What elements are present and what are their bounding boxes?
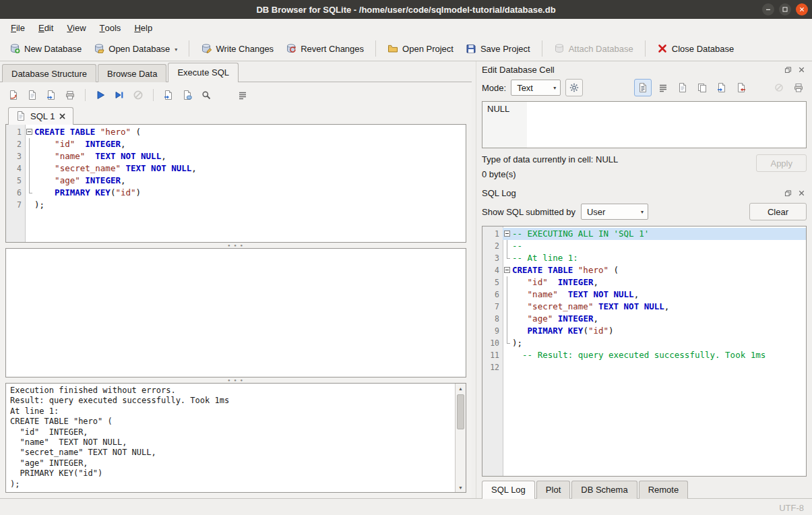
revert-changes-button[interactable]: Revert Changes	[280, 40, 369, 57]
export-csv-icon[interactable]	[160, 87, 177, 103]
menu-file[interactable]: File	[4, 19, 32, 36]
execution-output-pane: Execution finished without errors. Resul…	[5, 383, 466, 493]
execute-sql-panel: Database StructureBrowse DataExecute SQL…	[0, 61, 472, 498]
statusbar: UTF-8	[0, 498, 812, 515]
dock-tab-sql-log[interactable]: SQL Log	[482, 481, 535, 499]
print-icon[interactable]	[790, 80, 807, 96]
code-line: 1-- EXECUTING ALL IN 'SQL 1'	[482, 228, 806, 240]
tab-browse-data[interactable]: Browse Data	[98, 64, 166, 82]
tab-execute-sql[interactable]: Execute SQL	[168, 63, 239, 82]
results-grid[interactable]	[5, 248, 466, 377]
menu-help[interactable]: Help	[127, 19, 159, 36]
dock-tab-plot[interactable]: Plot	[536, 481, 570, 499]
dock-tab-db-schema[interactable]: DB Schema	[571, 481, 637, 499]
menu-tools[interactable]: Tools	[93, 19, 128, 36]
encoding-label: UTF-8	[779, 503, 804, 513]
sql-file-icon	[15, 111, 26, 121]
close-panel-icon[interactable]	[797, 65, 807, 75]
output-scrollbar[interactable]: ▲ ▼	[455, 384, 466, 492]
close-sql-tab-icon[interactable]	[59, 113, 66, 120]
save-sql-file-icon[interactable]	[24, 87, 40, 103]
splitter-dots-icon: ● ● ●	[228, 243, 244, 247]
new-database-button[interactable]: New Database	[4, 40, 87, 57]
auto-detect-mode-icon[interactable]	[565, 79, 583, 96]
fold-guide	[503, 361, 512, 373]
find-replace-icon[interactable]	[198, 87, 214, 103]
code-line: 5 "age" INTEGER,	[6, 175, 466, 187]
window-titlebar[interactable]: DB Browser for SQLite - /home/user/code/…	[0, 0, 812, 19]
word-wrap-icon[interactable]	[235, 87, 251, 103]
toolbar-button-label: Open Database	[108, 44, 170, 54]
sql-file-tab-label: SQL 1	[30, 111, 55, 121]
scrollbar-track[interactable]	[456, 393, 466, 483]
line-number: 7	[482, 301, 503, 313]
dock-tab-remote[interactable]: Remote	[639, 481, 689, 499]
scrollbar-thumb[interactable]	[457, 394, 464, 429]
log-filter-value: User	[587, 207, 605, 217]
code-line: 2 "id" INTEGER,	[6, 138, 466, 150]
code-text: "secret_name" TEXT NOT NULL,	[34, 162, 197, 175]
float-panel-icon[interactable]	[783, 188, 793, 198]
text-mode-icon[interactable]	[634, 79, 652, 96]
cell-editor-area[interactable]	[527, 102, 806, 148]
log-filter-select[interactable]: User ▾	[581, 204, 648, 220]
cell-type-text: Type of data currently in cell: NULL	[482, 154, 756, 164]
execute-current-line-icon[interactable]	[111, 87, 127, 103]
fold-toggle-icon[interactable]	[503, 264, 512, 276]
maximize-button[interactable]	[779, 3, 791, 16]
fold-toggle-icon[interactable]	[25, 126, 34, 138]
fold-guide	[25, 187, 34, 199]
copy-icon[interactable]	[694, 80, 710, 96]
cell-size-text: 0 byte(s)	[482, 169, 756, 179]
menu-edit[interactable]: Edit	[32, 19, 60, 36]
execute-all-icon[interactable]	[92, 87, 108, 103]
cell-editor[interactable]: NULL	[482, 101, 807, 148]
write-changes-button[interactable]: Write Changes	[195, 40, 279, 57]
code-text: -- Result: query executed successfully. …	[512, 349, 766, 361]
open-sql-file-icon[interactable]	[5, 87, 22, 103]
toolbar-separator	[542, 40, 542, 57]
clear-log-button[interactable]: Clear	[749, 203, 807, 220]
open-file-icon[interactable]	[675, 80, 691, 96]
menu-view[interactable]: View	[60, 19, 92, 36]
fold-guide	[503, 289, 512, 301]
minimize-button[interactable]	[762, 3, 774, 16]
sql-log-view[interactable]: 1-- EXECUTING ALL IN 'SQL 1'2--3-- At li…	[482, 226, 807, 477]
line-number: 1	[482, 228, 503, 240]
splitter-handle[interactable]: ● ● ●	[5, 243, 466, 248]
print-icon[interactable]	[62, 87, 78, 103]
open-project-button[interactable]: Open Project	[382, 40, 459, 57]
mode-select[interactable]: Text ▾	[511, 80, 561, 96]
code-text: "name" TEXT NOT NULL,	[34, 150, 166, 162]
code-line: 12	[482, 361, 806, 373]
scroll-up-icon[interactable]: ▲	[456, 384, 466, 393]
save-project-button[interactable]: Save Project	[460, 40, 536, 57]
close-button[interactable]	[796, 3, 808, 16]
line-number: 2	[482, 240, 503, 252]
dropdown-arrow-icon[interactable]: ▾	[175, 47, 177, 54]
export-data-icon[interactable]	[733, 80, 749, 96]
sql-file-tab[interactable]: SQL 1	[8, 107, 73, 125]
open-database-button[interactable]: Open Database▾	[88, 40, 183, 57]
splitter-handle[interactable]: ● ● ●	[5, 377, 466, 383]
revert-changes-icon	[286, 43, 296, 54]
tab-database-structure[interactable]: Database Structure	[2, 64, 96, 82]
fold-guide	[25, 138, 34, 150]
import-data-icon[interactable]	[714, 80, 730, 96]
line-number: 5	[482, 276, 503, 289]
save-sql-file-as-icon[interactable]	[43, 87, 59, 103]
toolbar-button-label: Write Changes	[216, 44, 274, 54]
fold-guide	[25, 199, 34, 211]
toolbar-button-label: New Database	[24, 44, 82, 54]
close-panel-icon[interactable]	[797, 188, 807, 198]
close-database-button[interactable]: Close Database	[652, 40, 740, 57]
fold-toggle-icon[interactable]	[503, 228, 512, 240]
save-as-view-icon[interactable]	[179, 87, 195, 103]
word-wrap-icon[interactable]	[655, 80, 671, 96]
float-panel-icon[interactable]	[783, 65, 793, 75]
log-filter-label: Show SQL submitted by	[482, 207, 575, 217]
scroll-down-icon[interactable]: ▼	[456, 483, 466, 492]
sql-editor[interactable]: 1CREATE TABLE "hero" (2 "id" INTEGER,3 "…	[5, 124, 466, 243]
toolbar-button-label: Save Project	[480, 44, 530, 54]
code-line: 3 "name" TEXT NOT NULL,	[6, 150, 466, 162]
